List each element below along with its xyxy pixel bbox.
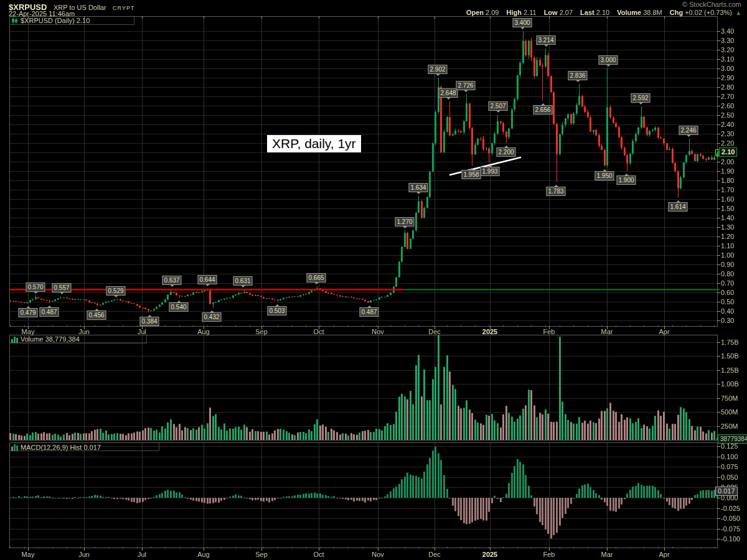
- price-axis-tick: 1.00: [721, 251, 734, 259]
- price-axis-tick: 2.60: [721, 102, 734, 110]
- last-label: Last: [580, 9, 594, 16]
- macd-axis-tick: -0.025: [721, 505, 740, 513]
- volume-axis-tick: 750M: [721, 394, 738, 403]
- month-label: 2025: [482, 328, 497, 335]
- price-annotation: 3.214: [536, 35, 555, 45]
- price-axis-tick: 1.70: [721, 186, 734, 194]
- price-annotation: 1.900: [616, 175, 636, 185]
- price-panel-legend: $XRPUSD (Daily) 2.10: [11, 17, 90, 24]
- price-axis-tick: 2.00: [721, 158, 734, 166]
- volume-bars-icon: [11, 335, 18, 343]
- month-label: Sep: [255, 328, 268, 335]
- month-label: Feb: [543, 551, 555, 558]
- price-annotation: 2.902: [428, 65, 447, 74]
- price-annotation: 0.557: [52, 283, 71, 292]
- price-axis-tick: 2.70: [721, 93, 734, 101]
- last-value: 2.10: [596, 9, 609, 16]
- macd-axis-tick: 0.075: [721, 463, 738, 471]
- price-annotation: 1.270: [395, 217, 414, 226]
- chart-canvas[interactable]: [0, 0, 747, 560]
- price-axis-tick: 3.00: [721, 65, 734, 73]
- price-annotation: 2.246: [679, 126, 698, 135]
- price-axis-tick: 0.40: [721, 307, 734, 315]
- month-label: Apr: [659, 328, 669, 335]
- price-axis-tick: 1.30: [721, 223, 734, 231]
- macd-bars-icon: [11, 444, 18, 451]
- price-annotation: 1.958: [461, 170, 481, 179]
- month-label: Dec: [428, 328, 441, 335]
- macd-axis-tick: -0.100: [721, 535, 740, 543]
- price-annotation: 0.487: [39, 307, 59, 317]
- month-label: Apr: [659, 551, 669, 558]
- price-axis-tick: 0.50: [721, 298, 734, 306]
- macd-axis-tick: 0.100: [721, 453, 738, 461]
- price-annotation: 0.631: [233, 276, 252, 286]
- month-label: Nov: [372, 551, 384, 558]
- price-axis-tick: 2.80: [721, 83, 734, 91]
- price-axis-tick: 0.80: [721, 270, 734, 278]
- price-annotation: 0.456: [87, 310, 106, 320]
- price-annotation: 1.993: [480, 167, 499, 176]
- price-axis-tick: 1.40: [721, 214, 734, 222]
- volume-axis-tick: 1.25B: [721, 366, 739, 375]
- month-label: May: [22, 551, 35, 558]
- price-annotation: 2.592: [631, 93, 650, 103]
- price-axis-tick: 2.50: [721, 111, 734, 119]
- macd-axis-tick: -0.050: [721, 515, 740, 523]
- volume-axis-tick: 250M: [721, 422, 738, 431]
- macd-axis-tick: -0.075: [721, 525, 740, 533]
- chg-up-icon: ▲: [736, 10, 741, 16]
- copyright-link[interactable]: © StockCharts.com: [682, 1, 741, 8]
- stockcharts-chart-page: $XRPUSD XRP to US Dollar CRYPT 22-Apr-20…: [0, 0, 747, 560]
- price-annotation: 2.836: [568, 71, 587, 80]
- last-price-badge: 2.10: [719, 147, 737, 157]
- price-axis-tick: 3.10: [721, 55, 734, 63]
- price-axis-tick: 2.40: [721, 121, 734, 129]
- high-label: High: [507, 9, 522, 16]
- price-axis-tick: 3.30: [721, 37, 734, 45]
- price-legend-label: $XRPUSD (Daily) 2.10: [21, 17, 90, 24]
- price-axis-tick: 1.60: [721, 195, 734, 203]
- price-annotation: 0.570: [26, 282, 45, 292]
- month-label: Aug: [197, 551, 210, 558]
- price-annotation: 0.479: [18, 308, 37, 317]
- price-axis-tick: 0.90: [721, 261, 734, 269]
- high-value: 2.11: [524, 9, 537, 16]
- price-annotation: 2.726: [456, 81, 475, 90]
- month-label: Oct: [313, 551, 324, 558]
- low-value: 2.07: [560, 9, 573, 16]
- volume-axis-tick: 1.50B: [721, 352, 739, 360]
- month-label: Dec: [428, 551, 441, 558]
- volume-axis-tick: 1.75B: [721, 338, 739, 347]
- price-annotation: 0.529: [106, 286, 125, 296]
- month-label: Nov: [372, 328, 384, 335]
- price-annotation: 0.487: [359, 307, 378, 317]
- price-annotation: 2.656: [533, 105, 552, 114]
- price-axis-tick: 1.20: [721, 233, 734, 241]
- month-label: Jul: [138, 328, 146, 335]
- price-annotation: 2.507: [488, 101, 507, 111]
- volume-axis-tick: 1.00B: [721, 380, 739, 388]
- volume-axis-tick: 500M: [721, 408, 738, 416]
- chg-value: +0.02 (+0.73%): [685, 9, 732, 16]
- macd-axis-tick: 0.050: [721, 474, 738, 482]
- volume-badge: 38779384: [718, 434, 747, 444]
- price-annotation: 0.503: [267, 306, 286, 315]
- quote-summary-row: Open2.09 High2.11 Low2.07 Last2.10 Volum…: [461, 9, 741, 16]
- price-axis-tick: 0.70: [721, 279, 734, 287]
- chart-note-box[interactable]: XRP, daily, 1yr: [266, 134, 362, 153]
- month-label: Aug: [197, 328, 210, 335]
- month-label: Jun: [78, 328, 90, 335]
- price-axis-tick: 2.90: [721, 74, 734, 82]
- price-annotation: 1.634: [408, 183, 428, 192]
- price-axis-tick: 2.30: [721, 130, 734, 138]
- price-annotation: 0.432: [202, 312, 221, 322]
- price-annotation: 2.648: [438, 88, 458, 98]
- price-axis-tick: 3.20: [721, 46, 734, 54]
- price-annotation: 0.384: [139, 317, 159, 326]
- month-label: Mar: [601, 551, 613, 558]
- macd-badge: 0.017: [715, 487, 738, 496]
- price-annotation: 2.200: [496, 147, 515, 157]
- price-annotation: 1.950: [594, 171, 614, 180]
- price-axis-tick: 1.90: [721, 167, 734, 175]
